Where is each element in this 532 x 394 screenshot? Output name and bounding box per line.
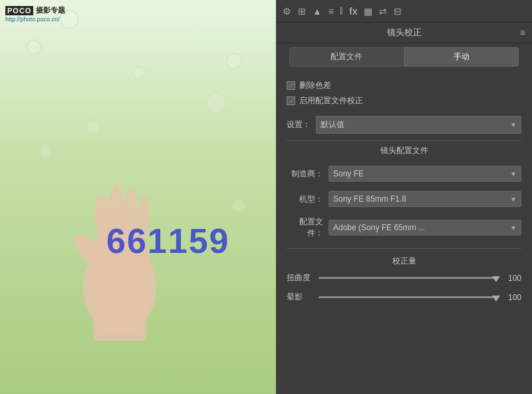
settings-label: 设置：: [287, 119, 311, 130]
form-row-config-file: 配置文件： Adobe (Sony FE 65mm ... ▼: [287, 216, 521, 239]
toolbar-icon-histogram[interactable]: ▲: [311, 5, 323, 18]
svg-rect-7: [93, 288, 146, 341]
slider-label-vignette: 晕影: [287, 292, 313, 303]
panel-menu-icon[interactable]: ≡: [520, 27, 525, 38]
form-dropdown-model-value: Sony FE 85mm F1.8: [333, 194, 406, 204]
panel-title-bar: 镜头校正 ≡: [276, 23, 532, 43]
bubble: [86, 120, 100, 133]
bubble: [206, 93, 226, 113]
form-dropdown-config-file-value: Adobe (Sony FE 65mm ...: [333, 223, 425, 232]
slider-track-distortion: [319, 277, 496, 279]
toolbar-icon-settings[interactable]: ⚙: [281, 5, 293, 18]
bubble: [40, 146, 51, 157]
correction-header: 校正量: [287, 253, 521, 272]
toolbar-icon-list[interactable]: ≡: [327, 5, 335, 18]
slider-track-wrap-vignette[interactable]: [319, 296, 496, 298]
form-label-model: 机型：: [287, 194, 323, 205]
bubble: [226, 53, 242, 69]
slider-thumb-vignette[interactable]: [492, 296, 500, 301]
slider-thumb-distortion[interactable]: [492, 276, 500, 282]
toolbar-icon-swap[interactable]: ⇄: [378, 5, 388, 18]
settings-dropdown[interactable]: 默认值 ▼: [316, 116, 521, 134]
slider-row-distortion: 扭曲度 100: [287, 272, 521, 284]
form-row-manufacturer: 制造商： Sony FE ▼: [287, 166, 521, 182]
toolbar-icon-minus[interactable]: ⊟: [392, 5, 403, 18]
checkbox-chromatic-label: 删除色差: [299, 80, 331, 91]
checkbox-row-chromatic: 删除色差: [287, 80, 521, 91]
watermark: POCO 摄影专题 http://photo.poco.cn/: [5, 5, 65, 23]
content-area: 删除色差 启用配置文件校正 设置： 默认值 ▼ 镜头配置文件 制造商： Sony…: [276, 71, 532, 394]
form-dropdown-config-file[interactable]: Adobe (Sony FE 65mm ... ▼: [329, 220, 521, 236]
correction-section: 校正量 扭曲度 100 晕影: [287, 248, 521, 311]
toolbar-icon-calendar[interactable]: ▦: [362, 5, 374, 18]
checkboxes-section: 删除色差 启用配置文件校正: [287, 77, 521, 109]
checkbox-profile-label: 启用配置文件校正: [299, 95, 363, 106]
toolbar-icon-curves[interactable]: 𝄃: [339, 4, 344, 18]
toolbar-icon-fx[interactable]: fx: [348, 5, 358, 18]
toolbar-icon-grid[interactable]: ⊞: [297, 5, 307, 18]
slider-fill-distortion: [319, 277, 496, 279]
model-dropdown-arrow: ▼: [510, 196, 517, 203]
config-file-dropdown-arrow: ▼: [510, 224, 517, 232]
form-dropdown-model[interactable]: Sony FE 85mm F1.8 ▼: [329, 191, 521, 207]
slider-track-vignette: [319, 296, 496, 298]
bubble: [27, 40, 41, 55]
watermark-poco: POCO: [5, 6, 33, 15]
form-label-manufacturer: 制造商：: [287, 168, 323, 180]
photo-panel: 661159 POCO 摄影专题 http://photo.poco.cn/: [0, 0, 276, 394]
tab-profile[interactable]: 配置文件: [289, 47, 404, 67]
slider-label-distortion: 扭曲度: [287, 272, 313, 284]
bubble: [133, 67, 145, 79]
form-label-config-file: 配置文件：: [287, 216, 323, 239]
form-dropdown-manufacturer-value: Sony FE: [333, 169, 364, 178]
watermark-tagline: 摄影专题: [36, 5, 65, 15]
watermark-logo: POCO 摄影专题: [5, 5, 65, 15]
form-dropdown-manufacturer[interactable]: Sony FE ▼: [329, 166, 521, 182]
manufacturer-dropdown-arrow: ▼: [510, 170, 517, 178]
slider-row-vignette: 晕影 100: [287, 292, 521, 303]
checkbox-chromatic[interactable]: [287, 81, 295, 90]
right-panel: ⚙ ⊞ ▲ ≡ 𝄃 fx ▦ ⇄ ⊟ 镜头校正 ≡ 配置文件 手动 删除色差 启…: [276, 0, 532, 394]
tab-manual[interactable]: 手动: [404, 47, 519, 67]
panel-title: 镜头校正: [387, 27, 422, 39]
settings-row: 设置： 默认值 ▼: [287, 116, 521, 134]
bubble: [233, 200, 245, 212]
watermark-url: http://photo.poco.cn/: [5, 16, 65, 23]
form-row-model: 机型： Sony FE 85mm F1.8 ▼: [287, 191, 521, 207]
checkbox-profile[interactable]: [287, 97, 295, 105]
settings-dropdown-value: 默认值: [321, 119, 344, 130]
slider-track-wrap-distortion[interactable]: [319, 277, 496, 279]
tabs-row: 配置文件 手动: [276, 43, 532, 71]
photo-number: 661159: [106, 221, 230, 261]
settings-dropdown-arrow: ▼: [510, 121, 517, 128]
slider-value-distortion: 100: [501, 274, 521, 283]
toolbar: ⚙ ⊞ ▲ ≡ 𝄃 fx ▦ ⇄ ⊟: [276, 0, 532, 23]
lens-profile-header: 镜头配置文件: [287, 140, 521, 159]
slider-value-vignette: 100: [501, 293, 521, 302]
checkbox-row-profile: 启用配置文件校正: [287, 95, 521, 106]
slider-fill-vignette: [319, 296, 496, 298]
